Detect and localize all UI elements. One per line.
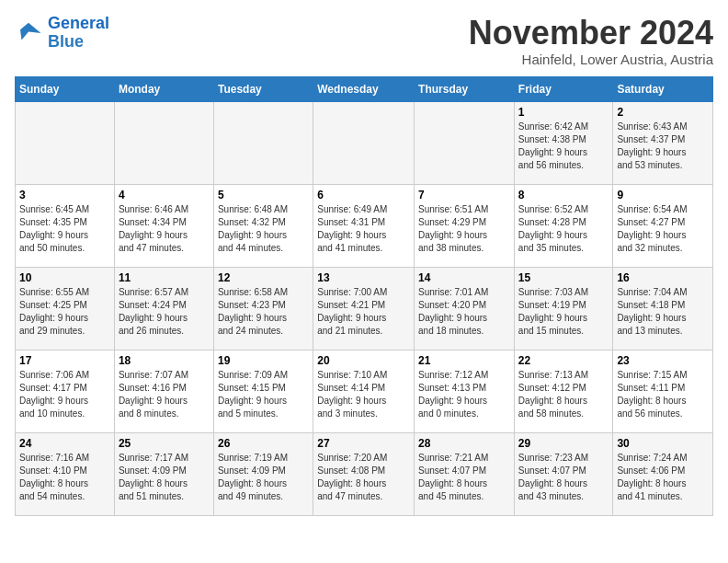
month-title: November 2024 xyxy=(469,15,713,52)
calendar-cell: 8Sunrise: 6:52 AM Sunset: 4:28 PM Daylig… xyxy=(514,184,613,267)
calendar-week-2: 3Sunrise: 6:45 AM Sunset: 4:35 PM Daylig… xyxy=(16,184,713,267)
calendar-cell: 3Sunrise: 6:45 AM Sunset: 4:35 PM Daylig… xyxy=(16,184,115,267)
weekday-row: Sunday Monday Tuesday Wednesday Thursday… xyxy=(16,76,713,101)
day-info: Sunrise: 7:07 AM Sunset: 4:16 PM Dayligh… xyxy=(119,369,210,420)
calendar-week-5: 24Sunrise: 7:16 AM Sunset: 4:10 PM Dayli… xyxy=(16,432,713,515)
day-info: Sunrise: 7:17 AM Sunset: 4:09 PM Dayligh… xyxy=(119,452,210,503)
day-info: Sunrise: 7:24 AM Sunset: 4:06 PM Dayligh… xyxy=(617,452,709,503)
day-number: 4 xyxy=(119,189,210,201)
day-info: Sunrise: 7:13 AM Sunset: 4:12 PM Dayligh… xyxy=(518,369,609,420)
calendar-cell: 14Sunrise: 7:01 AM Sunset: 4:20 PM Dayli… xyxy=(415,267,515,350)
day-number: 29 xyxy=(518,437,609,450)
calendar-cell xyxy=(415,101,515,184)
day-info: Sunrise: 7:06 AM Sunset: 4:17 PM Dayligh… xyxy=(19,369,110,420)
header-sunday: Sunday xyxy=(16,76,115,101)
calendar-cell: 11Sunrise: 6:57 AM Sunset: 4:24 PM Dayli… xyxy=(114,267,213,350)
calendar-cell: 4Sunrise: 6:46 AM Sunset: 4:34 PM Daylig… xyxy=(114,184,213,267)
day-info: Sunrise: 7:16 AM Sunset: 4:10 PM Dayligh… xyxy=(19,452,110,503)
day-number: 19 xyxy=(218,354,309,367)
day-info: Sunrise: 6:57 AM Sunset: 4:24 PM Dayligh… xyxy=(119,286,210,338)
calendar-table: Sunday Monday Tuesday Wednesday Thursday… xyxy=(15,76,713,516)
calendar-cell: 21Sunrise: 7:12 AM Sunset: 4:13 PM Dayli… xyxy=(415,350,515,432)
calendar-cell: 28Sunrise: 7:21 AM Sunset: 4:07 PM Dayli… xyxy=(415,432,515,515)
day-number: 22 xyxy=(518,354,609,367)
header-monday: Monday xyxy=(114,76,213,101)
calendar-cell: 25Sunrise: 7:17 AM Sunset: 4:09 PM Dayli… xyxy=(114,432,213,515)
day-info: Sunrise: 6:58 AM Sunset: 4:23 PM Dayligh… xyxy=(218,286,309,338)
day-info: Sunrise: 7:20 AM Sunset: 4:08 PM Dayligh… xyxy=(317,452,410,503)
day-info: Sunrise: 6:48 AM Sunset: 4:32 PM Dayligh… xyxy=(218,203,309,255)
logo-text: General Blue xyxy=(48,15,109,52)
day-number: 26 xyxy=(218,437,309,450)
day-number: 16 xyxy=(617,271,709,284)
day-info: Sunrise: 6:46 AM Sunset: 4:34 PM Dayligh… xyxy=(119,203,210,255)
day-info: Sunrise: 7:01 AM Sunset: 4:20 PM Dayligh… xyxy=(418,286,510,338)
day-info: Sunrise: 7:12 AM Sunset: 4:13 PM Dayligh… xyxy=(418,369,510,420)
day-number: 23 xyxy=(617,354,709,367)
calendar-cell: 13Sunrise: 7:00 AM Sunset: 4:21 PM Dayli… xyxy=(313,267,415,350)
day-number: 18 xyxy=(119,354,210,367)
calendar-cell: 2Sunrise: 6:43 AM Sunset: 4:37 PM Daylig… xyxy=(613,101,713,184)
day-number: 3 xyxy=(19,189,110,201)
day-number: 7 xyxy=(418,189,510,201)
header-saturday: Saturday xyxy=(613,76,713,101)
calendar-cell xyxy=(213,101,313,184)
day-number: 24 xyxy=(19,437,110,450)
calendar-cell: 30Sunrise: 7:24 AM Sunset: 4:06 PM Dayli… xyxy=(613,432,713,515)
calendar-header: Sunday Monday Tuesday Wednesday Thursday… xyxy=(16,76,713,101)
calendar-cell: 15Sunrise: 7:03 AM Sunset: 4:19 PM Dayli… xyxy=(514,267,613,350)
day-number: 10 xyxy=(19,271,110,284)
calendar-cell: 26Sunrise: 7:19 AM Sunset: 4:09 PM Dayli… xyxy=(213,432,313,515)
calendar-cell: 29Sunrise: 7:23 AM Sunset: 4:07 PM Dayli… xyxy=(514,432,613,515)
calendar-cell: 9Sunrise: 6:54 AM Sunset: 4:27 PM Daylig… xyxy=(613,184,713,267)
calendar-cell: 19Sunrise: 7:09 AM Sunset: 4:15 PM Dayli… xyxy=(213,350,313,432)
day-number: 15 xyxy=(518,271,609,284)
day-number: 27 xyxy=(317,437,410,450)
day-number: 17 xyxy=(19,354,110,367)
day-number: 9 xyxy=(617,189,709,201)
day-number: 8 xyxy=(518,189,609,201)
day-info: Sunrise: 7:15 AM Sunset: 4:11 PM Dayligh… xyxy=(617,369,709,420)
day-number: 20 xyxy=(317,354,410,367)
svg-marker-0 xyxy=(20,23,41,40)
day-info: Sunrise: 6:43 AM Sunset: 4:37 PM Dayligh… xyxy=(617,121,709,172)
day-number: 6 xyxy=(317,189,410,201)
title-block: November 2024 Hainfeld, Lower Austria, A… xyxy=(469,15,713,67)
header-friday: Friday xyxy=(514,76,613,101)
calendar-cell: 10Sunrise: 6:55 AM Sunset: 4:25 PM Dayli… xyxy=(16,267,115,350)
calendar-cell xyxy=(313,101,415,184)
day-info: Sunrise: 6:45 AM Sunset: 4:35 PM Dayligh… xyxy=(19,203,110,255)
day-number: 14 xyxy=(418,271,510,284)
day-number: 28 xyxy=(418,437,510,450)
logo: General Blue xyxy=(15,15,109,52)
day-number: 11 xyxy=(119,271,210,284)
calendar-week-4: 17Sunrise: 7:06 AM Sunset: 4:17 PM Dayli… xyxy=(16,350,713,432)
day-info: Sunrise: 6:55 AM Sunset: 4:25 PM Dayligh… xyxy=(19,286,110,338)
day-number: 12 xyxy=(218,271,309,284)
calendar-cell: 12Sunrise: 6:58 AM Sunset: 4:23 PM Dayli… xyxy=(213,267,313,350)
day-info: Sunrise: 7:04 AM Sunset: 4:18 PM Dayligh… xyxy=(617,286,709,338)
calendar-cell: 1Sunrise: 6:42 AM Sunset: 4:38 PM Daylig… xyxy=(514,101,613,184)
calendar-cell: 18Sunrise: 7:07 AM Sunset: 4:16 PM Dayli… xyxy=(114,350,213,432)
logo-line2: Blue xyxy=(48,32,84,51)
calendar-cell: 16Sunrise: 7:04 AM Sunset: 4:18 PM Dayli… xyxy=(613,267,713,350)
logo-icon xyxy=(15,19,42,47)
day-number: 5 xyxy=(218,189,309,201)
calendar-cell: 22Sunrise: 7:13 AM Sunset: 4:12 PM Dayli… xyxy=(514,350,613,432)
page-header: General Blue November 2024 Hainfeld, Low… xyxy=(15,15,713,67)
header-thursday: Thursday xyxy=(415,76,515,101)
calendar-cell xyxy=(16,101,115,184)
day-number: 13 xyxy=(317,271,410,284)
calendar-week-3: 10Sunrise: 6:55 AM Sunset: 4:25 PM Dayli… xyxy=(16,267,713,350)
day-info: Sunrise: 6:49 AM Sunset: 4:31 PM Dayligh… xyxy=(317,203,410,255)
day-info: Sunrise: 6:42 AM Sunset: 4:38 PM Dayligh… xyxy=(518,121,609,172)
day-number: 2 xyxy=(617,106,709,119)
location-title: Hainfeld, Lower Austria, Austria xyxy=(469,52,713,67)
day-info: Sunrise: 7:10 AM Sunset: 4:14 PM Dayligh… xyxy=(317,369,410,420)
day-info: Sunrise: 7:23 AM Sunset: 4:07 PM Dayligh… xyxy=(518,452,609,503)
day-info: Sunrise: 7:03 AM Sunset: 4:19 PM Dayligh… xyxy=(518,286,609,338)
calendar-cell: 6Sunrise: 6:49 AM Sunset: 4:31 PM Daylig… xyxy=(313,184,415,267)
calendar-cell: 24Sunrise: 7:16 AM Sunset: 4:10 PM Dayli… xyxy=(16,432,115,515)
calendar-week-1: 1Sunrise: 6:42 AM Sunset: 4:38 PM Daylig… xyxy=(16,101,713,184)
day-info: Sunrise: 7:09 AM Sunset: 4:15 PM Dayligh… xyxy=(218,369,309,420)
